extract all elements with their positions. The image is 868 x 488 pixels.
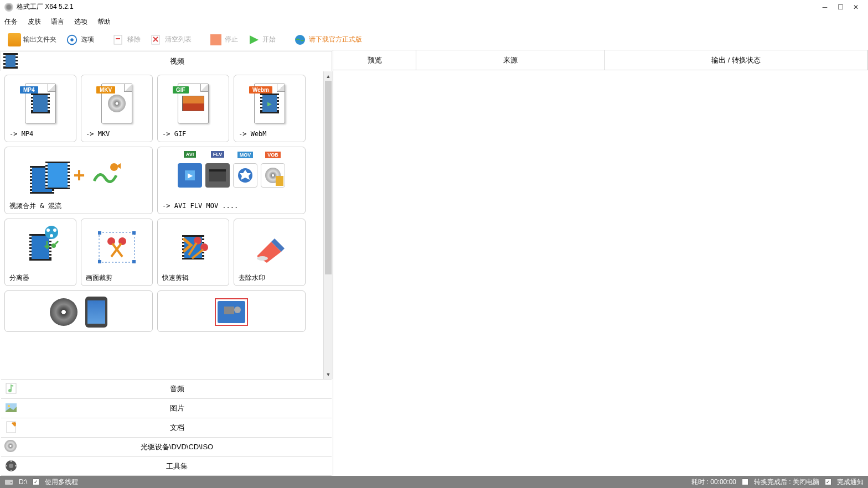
menu-skin[interactable]: 皮肤 <box>28 17 41 27</box>
notify-label: 完成通知 <box>837 477 864 487</box>
menu-help[interactable]: 帮助 <box>97 17 111 27</box>
plus-icon: + <box>73 164 85 187</box>
svg-rect-18 <box>98 260 101 263</box>
video-section-icon <box>3 53 20 70</box>
video-tiles-grid: MP4 -> MP4 MKV -> MKV GIF -> GIF Webm▶ -… <box>0 71 323 379</box>
toolbar: 输出文件夹 选项 移除 清空列表 停止 开始 请下载官方正式版 <box>0 29 868 50</box>
col-source[interactable]: 来源 <box>416 50 604 70</box>
play-icon <box>247 33 260 46</box>
eraser-icon <box>250 231 289 264</box>
drive-icon <box>4 478 13 486</box>
music-notes-icon <box>89 159 127 192</box>
audio-icon <box>4 382 19 396</box>
tile-avi-flv-mov[interactable]: AVI▶ FLV MOV VOB -> AVI FLV MOV .... <box>157 147 306 214</box>
category-document[interactable]: 文档 <box>1 418 332 437</box>
cut-icon <box>177 231 210 264</box>
notify-checkbox[interactable]: ✓ <box>825 479 831 485</box>
tile-disc-phone[interactable] <box>4 290 153 332</box>
tile-gif[interactable]: GIF -> GIF <box>157 75 229 142</box>
svg-rect-15 <box>99 232 135 262</box>
scroll-up-icon[interactable]: ▲ <box>324 71 333 81</box>
tile-quickcut[interactable]: 快速剪辑 <box>157 219 229 286</box>
svg-point-11 <box>46 229 50 232</box>
tile-webm[interactable]: Webm▶ -> WebM <box>234 75 306 142</box>
svg-point-32 <box>8 405 10 407</box>
svg-rect-27 <box>224 307 234 314</box>
svg-rect-19 <box>132 260 136 263</box>
main-content: 视频 MP4 -> MP4 MKV -> MKV GIF -> GIF <box>0 50 868 476</box>
image-icon <box>4 401 19 416</box>
svg-rect-16 <box>98 231 101 235</box>
shutdown-checkbox[interactable] <box>742 479 748 485</box>
category-tools[interactable]: 工具集 <box>1 456 332 476</box>
task-list-area <box>333 70 868 476</box>
options-button[interactable]: 选项 <box>62 32 97 48</box>
menubar: 任务 皮肤 语言 选项 帮助 <box>0 14 868 29</box>
after-action[interactable]: 关闭电脑 <box>793 478 819 486</box>
drive-path[interactable]: D:\ <box>19 478 27 486</box>
tile-watermark[interactable]: 去除水印 <box>234 219 306 286</box>
start-button[interactable]: 开始 <box>244 32 279 48</box>
svg-point-12 <box>53 229 56 232</box>
maximize-button[interactable]: ☐ <box>833 2 848 13</box>
section-video-header[interactable]: 视频 <box>1 51 332 71</box>
svg-point-13 <box>50 234 53 237</box>
menu-task[interactable]: 任务 <box>4 17 18 27</box>
tile-mp4[interactable]: MP4 -> MP4 <box>4 75 76 142</box>
titlebar: 格式工厂 X64 5.2.1 ─ ☐ ✕ <box>0 0 868 14</box>
right-panel: 预览 来源 输出 / 转换状态 <box>333 50 868 476</box>
svg-rect-41 <box>5 480 13 485</box>
statusbar: D:\ ✓ 使用多线程 耗时 : 00:00:00 转换完成后 : 关闭电脑 ✓… <box>0 476 868 488</box>
svg-point-36 <box>9 464 13 468</box>
output-folder-button[interactable]: 输出文件夹 <box>4 32 60 48</box>
tile-merge[interactable]: + 视频合并 & 混流 <box>4 147 153 214</box>
tools-icon <box>4 459 19 474</box>
gear-icon <box>65 33 79 46</box>
scroll-thumb[interactable] <box>325 81 332 274</box>
svg-point-14 <box>51 243 56 248</box>
document-icon <box>4 420 19 435</box>
vertical-scrollbar[interactable]: ▲ ▼ <box>323 71 333 379</box>
menu-language[interactable]: 语言 <box>51 17 64 27</box>
menu-option[interactable]: 选项 <box>74 17 87 27</box>
minimize-button[interactable]: ─ <box>817 2 833 13</box>
svg-point-42 <box>11 482 12 483</box>
remove-button[interactable]: 移除 <box>108 32 144 48</box>
left-panel: 视频 MP4 -> MP4 MKV -> MKV GIF -> GIF <box>0 50 333 476</box>
svg-point-24 <box>257 256 268 261</box>
splitter-icon <box>39 225 64 249</box>
svg-point-1 <box>70 38 74 41</box>
window-title: 格式工厂 X64 5.2.1 <box>17 2 817 12</box>
disc-icon <box>4 440 19 454</box>
elapsed-time: 00:00:00 <box>710 478 736 486</box>
svg-rect-39 <box>5 465 7 466</box>
svg-rect-2 <box>114 35 122 44</box>
stop-icon <box>209 33 223 46</box>
crop-icon <box>95 228 139 267</box>
category-disc[interactable]: 光驱设备\DVD\CD\ISO <box>1 437 332 456</box>
tile-splitter[interactable]: 分离器 <box>4 219 76 286</box>
category-image[interactable]: 图片 <box>1 398 332 418</box>
svg-point-28 <box>234 307 241 313</box>
svg-rect-38 <box>11 470 12 472</box>
col-output[interactable]: 输出 / 转换状态 <box>604 50 868 70</box>
category-audio[interactable]: 音频 <box>1 379 332 398</box>
tile-crop[interactable]: 画面裁剪 <box>81 219 153 286</box>
multithread-label: 使用多线程 <box>45 477 78 487</box>
col-preview[interactable]: 预览 <box>333 50 416 70</box>
column-headers: 预览 来源 输出 / 转换状态 <box>333 50 868 70</box>
svg-rect-17 <box>132 231 136 235</box>
camera-icon <box>212 297 251 327</box>
svg-point-34 <box>13 422 16 425</box>
clear-icon <box>149 33 163 46</box>
scroll-down-icon[interactable]: ▼ <box>324 370 333 379</box>
clear-list-button[interactable]: 清空列表 <box>146 32 195 48</box>
tile-mkv[interactable]: MKV -> MKV <box>81 75 153 142</box>
stop-button[interactable]: 停止 <box>206 32 241 48</box>
multithread-checkbox[interactable]: ✓ <box>33 479 39 485</box>
download-link[interactable]: 请下载官方正式版 <box>290 32 365 48</box>
folder-icon <box>8 33 21 46</box>
svg-rect-37 <box>11 460 12 462</box>
tile-record[interactable] <box>157 290 306 332</box>
close-button[interactable]: ✕ <box>848 2 864 13</box>
